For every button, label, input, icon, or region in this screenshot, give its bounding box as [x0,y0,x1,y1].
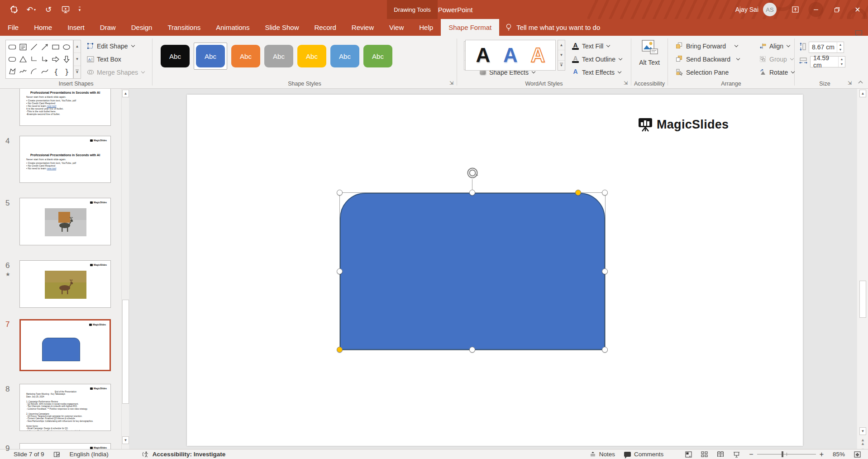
adjust-handle-bottom-left[interactable] [337,347,343,353]
ribbon-display-options-icon[interactable] [785,0,806,19]
restore-button[interactable] [826,0,847,19]
text-effects-button[interactable]: A Text Effects [569,66,629,78]
canvas-scrollbar[interactable]: ▲ ▼ [859,89,867,449]
text-outline-button[interactable]: A Text Outline [569,53,629,65]
resize-handle-e[interactable] [602,268,608,274]
start-slideshow-icon[interactable] [58,3,73,16]
arc-icon[interactable] [29,65,39,77]
gallery-up-icon[interactable]: ▲ [558,40,565,50]
text-box-shape-icon[interactable] [18,41,29,53]
panel-scrollbar[interactable]: ▲ ▼ [121,89,129,449]
customize-qat-icon[interactable]: ▾ [75,3,84,16]
triangle-icon[interactable] [18,53,29,66]
slide-sorter-view-button[interactable] [696,449,712,459]
fit-to-window-icon[interactable] [849,449,868,459]
undo-icon[interactable]: ↶▾ [24,3,39,16]
tab-record[interactable]: Record [306,19,343,36]
tab-insert[interactable]: Insert [60,19,92,36]
scroll-up-icon[interactable]: ▲ [859,90,866,97]
rounded-rectangle2-icon[interactable] [7,53,18,66]
shape-style-black[interactable]: Abc [161,45,190,67]
scroll-up-icon[interactable]: ▲ [122,90,129,97]
rounded-rectangle-icon[interactable] [7,41,18,53]
zoom-slider[interactable] [757,454,816,454]
comments-toggle[interactable]: Comments [620,449,668,459]
tab-shape-format[interactable]: Shape Format [441,19,499,36]
height-increment-icon[interactable]: ▲ [837,42,844,48]
slide-thumbnail-8[interactable]: MagicSlidesEnd of the PresentationMarket… [19,384,111,431]
arrow-down-icon[interactable] [61,53,72,66]
alt-text-button[interactable]: Alt Text [635,39,663,78]
elbow-arrow-connector-icon[interactable] [39,53,50,66]
freeform-icon[interactable] [7,65,18,77]
slide-thumbnail-4[interactable]: MagicSlidesProfessional Presentations in… [19,136,111,183]
send-backward-button[interactable]: Send Backward [673,53,754,65]
right-brace-icon[interactable]: } [61,65,72,77]
wordart-style-blue[interactable]: A [503,45,518,65]
slideshow-view-button[interactable] [729,449,744,459]
gallery-more-icon[interactable]: ▼ [558,61,565,70]
tab-help[interactable]: Help [411,19,441,36]
gallery-more-icon[interactable]: ▼ [74,66,81,78]
tab-view[interactable]: View [382,19,411,36]
merge-shapes-button[interactable]: Merge Shapes [84,66,151,78]
rotate-handle[interactable] [467,167,478,179]
zoom-slider-thumb[interactable] [782,451,783,457]
avatar[interactable]: AS [763,3,777,16]
text-fill-button[interactable]: A Text Fill [569,40,629,52]
canvas-scroll-thumb[interactable] [859,281,866,318]
slide-thumbnail-3[interactable]: Professional Presentations in Seconds wi… [19,89,111,126]
bring-forward-button[interactable]: Bring Forward [673,40,754,52]
scribble-icon[interactable] [18,65,29,77]
previous-slide-button[interactable]: ▲▲ [859,438,867,445]
selection-pane-button[interactable]: Selection Pane [673,66,754,78]
tab-slide-show[interactable]: Slide Show [257,19,306,36]
shape-style-blue[interactable]: Abc [196,45,225,67]
tell-me-box[interactable]: Tell me what you want to do [499,19,606,36]
width-increment-icon[interactable]: ▲ [839,57,845,62]
text-box-button[interactable]: A Text Box [84,53,151,65]
shape-style-green[interactable]: Abc [363,45,392,67]
panel-scroll-thumb[interactable] [122,300,129,404]
gallery-down-icon[interactable]: ▼ [74,53,81,66]
selected-shape[interactable] [340,193,605,350]
zoom-out-button[interactable]: − [744,449,753,459]
normal-view-button[interactable] [681,449,696,459]
height-decrement-icon[interactable]: ▼ [837,47,844,53]
collapse-ribbon-icon[interactable] [856,79,864,86]
slide-thumbnail-5[interactable]: MagicSlides [19,198,111,245]
minimize-button[interactable] [806,0,826,19]
user-name[interactable]: Ajay Sai [735,6,758,13]
resize-handle-se[interactable] [602,347,608,353]
tab-review[interactable]: Review [344,19,382,36]
gallery-down-icon[interactable]: ▼ [558,50,565,60]
wordart-style-black[interactable]: A [476,45,490,65]
shape-width-field[interactable]: 14.59 cm ▲▼ [810,56,845,67]
zoom-level[interactable]: 85% [828,449,849,459]
slide-thumbnail-6[interactable]: MagicSlides [19,260,111,308]
oval-icon[interactable] [61,41,72,53]
tab-transitions[interactable]: Transitions [160,19,208,36]
zoom-in-button[interactable]: + [820,449,828,459]
arrow-right-icon[interactable] [50,53,61,66]
line-icon[interactable] [29,41,39,53]
tab-file[interactable]: File [0,19,26,36]
rotate-button[interactable]: Rotate [757,66,795,78]
scroll-down-icon[interactable]: ▼ [859,427,866,435]
tab-design[interactable]: Design [124,19,160,36]
slide-thumbnail-7[interactable]: MagicSlides [19,319,111,371]
save-icon[interactable] [6,3,22,16]
edit-shape-button[interactable]: Edit Shape [84,40,151,52]
shape-style-orange[interactable]: Abc [231,45,260,67]
width-decrement-icon[interactable]: ▼ [839,62,845,67]
notes-toggle[interactable]: Notes [585,449,620,459]
shape-style-light-blue[interactable]: Abc [330,45,359,67]
shape-style-yellow[interactable]: Abc [297,45,326,67]
rectangle-icon[interactable] [50,41,61,53]
slide-editing-surface[interactable]: MagicSlides [187,95,803,446]
curve-icon[interactable] [39,65,50,77]
resize-handle-w[interactable] [337,268,343,274]
reading-view-button[interactable] [712,449,729,459]
spellcheck-icon[interactable] [49,449,65,459]
close-button[interactable]: ✕ [847,0,868,19]
